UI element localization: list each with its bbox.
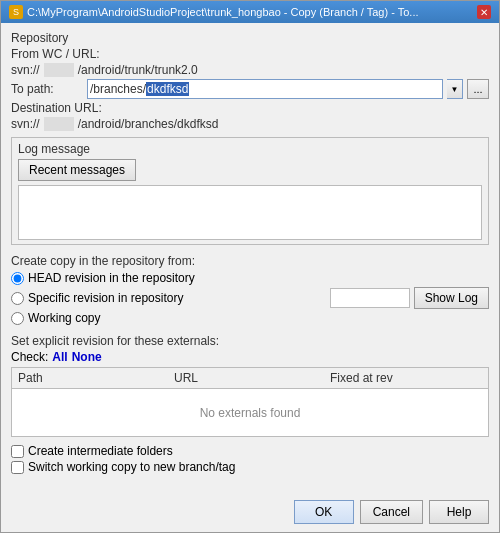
create-intermediate-checkbox[interactable]	[11, 445, 24, 458]
radio-specific-label: Specific revision in repository	[28, 291, 183, 305]
log-message-area[interactable]	[18, 185, 482, 240]
create-intermediate-label: Create intermediate folders	[28, 444, 173, 458]
dest-path: /android/branches/dkdfksd	[78, 117, 219, 131]
help-button[interactable]: Help	[429, 500, 489, 524]
create-intermediate-row: Create intermediate folders	[11, 444, 489, 458]
radio-specific-row: Specific revision in repository Show Log	[11, 287, 489, 309]
from-label: From WC / URL:	[11, 47, 100, 61]
revision-input[interactable]	[330, 288, 410, 308]
none-link[interactable]: None	[72, 350, 102, 364]
content-area: Repository From WC / URL: svn:// /androi…	[1, 23, 499, 494]
repository-label: Repository	[11, 31, 489, 45]
to-path-dropdown[interactable]: ▼	[447, 79, 463, 99]
switch-working-row: Switch working copy to new branch/tag	[11, 460, 489, 474]
dest-url-row: svn:// /android/branches/dkdfksd	[11, 117, 489, 131]
dest-svn-host	[44, 117, 74, 131]
log-message-label: Log message	[18, 142, 482, 156]
externals-label: Set explicit revision for these external…	[11, 334, 489, 348]
all-link[interactable]: All	[52, 350, 67, 364]
footer-buttons: OK Cancel Help	[1, 494, 499, 532]
show-log-button[interactable]: Show Log	[414, 287, 489, 309]
no-externals-text: No externals found	[200, 406, 301, 420]
log-message-section: Log message Recent messages	[11, 137, 489, 245]
col-url: URL	[172, 370, 328, 386]
to-label: To path:	[11, 82, 83, 96]
from-svn-host	[44, 63, 74, 77]
ok-button[interactable]: OK	[294, 500, 354, 524]
radio-head-row: HEAD revision in the repository	[11, 271, 489, 285]
radio-specific[interactable]	[11, 292, 24, 305]
col-path: Path	[16, 370, 172, 386]
col-fixed: Fixed at rev	[328, 370, 484, 386]
table-header: Path URL Fixed at rev	[12, 368, 488, 389]
from-url-row: svn:// /android/trunk/trunk2.0	[11, 63, 489, 77]
radio-working-row: Working copy	[11, 311, 489, 325]
radio-working-label: Working copy	[28, 311, 100, 325]
close-button[interactable]: ✕	[477, 5, 491, 19]
bottom-checkboxes: Create intermediate folders Switch worki…	[11, 444, 489, 476]
to-path-input[interactable]: /branches/dkdfksd	[87, 79, 443, 99]
main-window: S C:\MyProgram\AndroidStudioProject\trun…	[0, 0, 500, 533]
repository-section: Repository From WC / URL: svn:// /androi…	[11, 31, 489, 133]
externals-section: Set explicit revision for these external…	[11, 334, 489, 437]
app-icon: S	[9, 5, 23, 19]
dest-svn-prefix: svn://	[11, 117, 40, 131]
dest-row: Destination URL:	[11, 101, 489, 115]
recent-messages-button[interactable]: Recent messages	[18, 159, 136, 181]
dest-label: Destination URL:	[11, 101, 102, 115]
from-path: /android/trunk/trunk2.0	[78, 63, 198, 77]
cancel-button[interactable]: Cancel	[360, 500, 423, 524]
radio-head[interactable]	[11, 272, 24, 285]
from-row: From WC / URL:	[11, 47, 489, 61]
switch-working-checkbox[interactable]	[11, 461, 24, 474]
radio-head-label: HEAD revision in the repository	[28, 271, 195, 285]
window-title: C:\MyProgram\AndroidStudioProject\trunk_…	[27, 6, 419, 18]
no-externals-message: No externals found	[12, 389, 488, 437]
check-label: Check:	[11, 350, 48, 364]
title-bar-left: S C:\MyProgram\AndroidStudioProject\trun…	[9, 5, 419, 19]
browse-button[interactable]: ...	[467, 79, 489, 99]
radio-working[interactable]	[11, 312, 24, 325]
title-bar: S C:\MyProgram\AndroidStudioProject\trun…	[1, 1, 499, 23]
externals-check-row: Check: All None	[11, 350, 489, 364]
to-path-row: To path: /branches/dkdfksd ▼ ...	[11, 79, 489, 99]
switch-working-label: Switch working copy to new branch/tag	[28, 460, 235, 474]
externals-table: Path URL Fixed at rev No externals found	[11, 367, 489, 437]
from-svn-prefix: svn://	[11, 63, 40, 77]
copy-label: Create copy in the repository from:	[11, 254, 489, 268]
copy-section: Create copy in the repository from: HEAD…	[11, 254, 489, 327]
